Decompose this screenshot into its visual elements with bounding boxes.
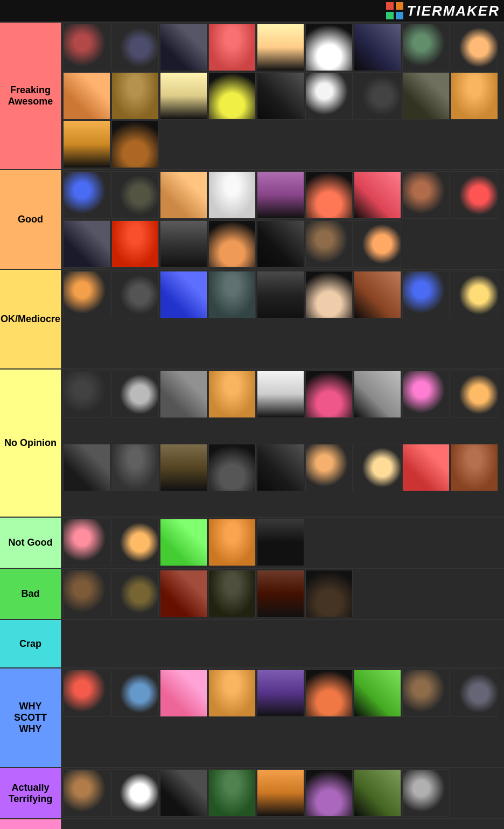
tier-image-ok8: [402, 271, 450, 318]
tier-image-ws2: [111, 670, 159, 717]
tier-image-ws6: [305, 670, 353, 717]
tier-image-g4: [208, 171, 256, 219]
svg-rect-2: [386, 12, 394, 19]
tier-image-g3: [160, 171, 207, 219]
tier-label-crap: Crap: [0, 620, 62, 667]
tier-image-no8: [402, 371, 450, 418]
tier-label-actually-terrifying: Actually Terrifying: [0, 768, 62, 818]
tier-row-no-opinion: No Opinion: [0, 370, 504, 518]
tier-image-ok1: [63, 271, 110, 318]
tier-content-no-opinion: [62, 370, 504, 517]
tier-image-fa4: [208, 24, 256, 71]
tier-image-ws3: [160, 670, 207, 717]
tier-image-fa2: [111, 24, 159, 71]
tier-content-ok-mediocre: [62, 270, 504, 368]
tier-row-ok-mediocre: OK/Mediocre: [0, 270, 504, 370]
tier-content-crap: [62, 620, 504, 667]
tier-label-good: Good: [0, 170, 62, 269]
tier-image-g2: [111, 171, 159, 219]
tier-image-fa19: [63, 121, 110, 168]
tier-image-at7: [354, 769, 401, 817]
tier-content-actually-terrifying: [62, 768, 504, 818]
tier-image-ok3: [160, 271, 207, 318]
tier-image-no13: [208, 444, 256, 491]
tier-image-no1: [63, 371, 110, 418]
tier-image-g6: [305, 171, 353, 219]
tier-image-b4: [208, 570, 256, 617]
tier-label-bad: Bad: [0, 569, 62, 619]
tier-image-g11: [111, 220, 159, 268]
tier-image-ok4: [208, 271, 256, 318]
tier-image-ng1: [63, 519, 110, 566]
tier-image-at3: [160, 769, 207, 817]
tier-image-fa15: [305, 72, 353, 120]
tier-image-g14: [257, 220, 304, 268]
tier-image-ok9: [451, 271, 498, 318]
logo-text: TIERMAKER: [407, 3, 500, 19]
tier-image-fa9: [451, 24, 498, 71]
tier-image-fa18: [451, 72, 498, 120]
tier-image-g5: [257, 171, 304, 219]
tier-image-fa5: [257, 24, 304, 71]
tier-image-no15: [305, 444, 353, 491]
tier-image-ok5: [257, 271, 304, 318]
tier-row-freaking-awesome: Freaking Awesome: [0, 23, 504, 170]
tier-image-b3: [160, 570, 207, 617]
tier-image-g9: [451, 171, 498, 219]
tier-image-at8: [402, 769, 450, 817]
tier-image-ws4: [208, 670, 256, 717]
tier-image-ng3: [160, 519, 207, 566]
tier-row-crap: Crap: [0, 620, 504, 668]
tier-image-ws5: [257, 670, 304, 717]
tier-content-bad: [62, 569, 504, 619]
tier-image-fa14: [257, 72, 304, 120]
tier-image-no3: [160, 371, 207, 418]
tier-image-g8: [402, 171, 450, 219]
svg-rect-0: [386, 2, 394, 10]
tier-row-good: Good: [0, 170, 504, 270]
tier-content-why-scott: [62, 668, 504, 767]
tier-content-not-good: [62, 518, 504, 568]
tier-image-no17: [402, 444, 450, 491]
tier-image-at1: [63, 769, 110, 817]
tier-image-no7: [354, 371, 401, 418]
tier-content-freaking-awesome: [62, 23, 504, 169]
tier-row-actually-terrifying: Actually Terrifying: [0, 768, 504, 819]
tier-image-b6: [305, 570, 353, 617]
tier-image-no10: [63, 444, 110, 491]
tier-image-g15: [305, 220, 353, 268]
tier-image-g7: [354, 171, 401, 219]
tier-content-good: [62, 170, 504, 269]
tier-image-ng2: [111, 519, 159, 566]
tier-image-b2: [111, 570, 159, 617]
tier-row-bad: Bad: [0, 569, 504, 620]
tier-image-fa8: [402, 24, 450, 71]
tier-image-g13: [208, 220, 256, 268]
tier-image-ng4: [208, 519, 256, 566]
tier-image-fa12: [160, 72, 207, 120]
tier-image-ws7: [354, 670, 401, 717]
tier-image-fa6: [305, 24, 353, 71]
tier-image-ok2: [111, 271, 159, 318]
tier-image-ok7: [354, 271, 401, 318]
tier-image-ok6: [305, 271, 353, 318]
tier-image-no2: [111, 371, 159, 418]
tiermaker-logo: TIERMAKER: [386, 2, 500, 19]
tier-image-no6: [305, 371, 353, 418]
tier-rows-container: Freaking AwesomeGoodOK/MediocreNo Opinio…: [0, 23, 504, 829]
tier-list: TIERMAKER Freaking AwesomeGoodOK/Mediocr…: [0, 0, 504, 829]
logo-grid-icon: [386, 2, 403, 19]
tier-label-not-good: Not Good: [0, 518, 62, 568]
tier-image-fa7: [354, 24, 401, 71]
tier-image-no5: [257, 371, 304, 418]
tier-image-ws1: [63, 670, 110, 717]
svg-rect-1: [396, 2, 403, 10]
tier-image-ws9: [451, 670, 498, 717]
tier-row-not-good: Not Good: [0, 518, 504, 569]
tier-image-fa16: [354, 72, 401, 120]
tier-image-g16: [354, 220, 401, 268]
tier-image-no12: [160, 444, 207, 491]
tier-image-g10: [63, 220, 110, 268]
tier-image-b1: [63, 570, 110, 617]
tier-image-no16: [354, 444, 401, 491]
